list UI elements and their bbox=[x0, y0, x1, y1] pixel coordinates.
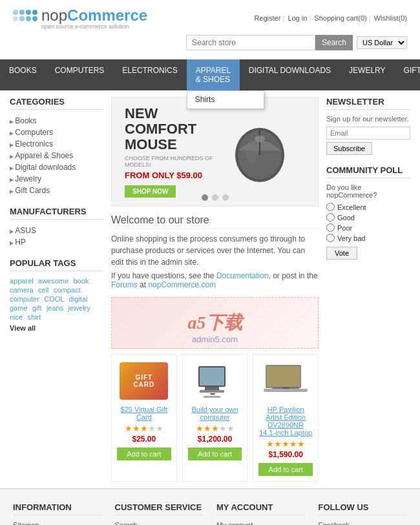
footer-sitemap[interactable]: Sitemap bbox=[13, 521, 39, 525]
nav-item-apparel[interactable]: APPAREL & SHOES Shirts bbox=[187, 59, 240, 90]
login-link[interactable]: Log in bbox=[288, 14, 307, 22]
search-button[interactable]: Search bbox=[315, 35, 353, 50]
product-image-3 bbox=[260, 360, 311, 402]
welcome-links: If you have questions, see the Documenta… bbox=[111, 271, 319, 289]
tags-container: apparel awesome book camera cell compact… bbox=[10, 276, 103, 322]
wishlist-link[interactable]: Wishlist(0) bbox=[374, 14, 407, 22]
slider-mouse-image bbox=[215, 110, 305, 194]
poll-label-good: Good bbox=[337, 214, 355, 221]
tag-book[interactable]: book bbox=[73, 277, 89, 285]
product-card-3: HP Pavilion Artist Edition DV2890NR 14.1… bbox=[253, 354, 319, 482]
slider-dot-1[interactable] bbox=[202, 194, 208, 201]
product-image-1: GIFTCARD bbox=[118, 360, 170, 402]
slider-dot-3[interactable] bbox=[222, 194, 229, 201]
dropdown-item-shirts[interactable]: Shirts bbox=[187, 91, 264, 108]
footer-search[interactable]: Search bbox=[115, 521, 138, 525]
svg-rect-15 bbox=[264, 389, 308, 392]
tag-jeans[interactable]: jeans bbox=[47, 304, 63, 312]
sidebar-item-giftcards[interactable]: Gift Cards bbox=[10, 186, 50, 195]
manufacturers-title: MANUFACTURERS bbox=[10, 207, 103, 220]
tag-nice[interactable]: nice bbox=[10, 313, 23, 321]
product-price-2: $1,200.00 bbox=[188, 435, 242, 444]
tag-camera[interactable]: camera bbox=[10, 286, 34, 294]
poll-label-verybad: Very bad bbox=[337, 234, 365, 242]
slider-title: NEW COMFORTMOUSE bbox=[125, 106, 215, 153]
sidebar-item-books[interactable]: Books bbox=[10, 116, 37, 125]
tag-apparel[interactable]: apparel bbox=[10, 277, 34, 285]
sidebar-item-jewelry[interactable]: Jewelry bbox=[10, 174, 41, 183]
nav-item-books[interactable]: BOOKS bbox=[0, 59, 46, 90]
sidebar-item-electronics[interactable]: Electronics bbox=[10, 139, 53, 149]
tag-gift[interactable]: gift bbox=[32, 304, 42, 312]
nav-item-computers[interactable]: COMPUTERS bbox=[46, 59, 114, 90]
product-name-2: Build your own computer bbox=[188, 406, 242, 421]
slider-dot-2[interactable] bbox=[212, 194, 218, 201]
poll-option-poor[interactable]: Poor bbox=[326, 223, 410, 232]
product-card-1: GIFTCARD $25 Virtual Gift Card ★★★★★ $25… bbox=[111, 354, 177, 482]
product-stars-1: ★★★★★ bbox=[117, 424, 171, 433]
watermark-url: admin5.com bbox=[192, 335, 238, 344]
sidebar-item-digital[interactable]: Digital downloads bbox=[10, 163, 76, 172]
nav-item-digital[interactable]: DIGITAL DOWNLOADS bbox=[240, 59, 340, 90]
svg-rect-6 bbox=[200, 367, 224, 386]
add-to-cart-button-1[interactable]: Add to cart bbox=[117, 448, 171, 460]
tag-computer[interactable]: computer bbox=[10, 295, 39, 303]
footer-my-account[interactable]: My account bbox=[216, 521, 253, 525]
poll-option-excellent[interactable]: Excellent bbox=[326, 203, 410, 211]
footer-facebook[interactable]: Facebook bbox=[319, 521, 350, 525]
add-to-cart-button-3[interactable]: Add to cart bbox=[258, 463, 313, 476]
footer-info-title: INFORMATION bbox=[13, 502, 102, 515]
svg-point-3 bbox=[255, 136, 265, 142]
header-links: Register | Log in | Shopping cart(0) | W… bbox=[249, 14, 407, 22]
poll-label-excellent: Excellent bbox=[337, 203, 366, 211]
newsletter-email-input[interactable] bbox=[326, 127, 410, 139]
product-name-1: $25 Virtual Gift Card bbox=[117, 406, 171, 421]
forums-link[interactable]: Forums bbox=[111, 280, 138, 289]
product-stars-2: ★★★★★ bbox=[188, 424, 242, 433]
tag-awesome[interactable]: awesome bbox=[38, 277, 68, 285]
tag-jewelry[interactable]: jewelry bbox=[68, 304, 90, 312]
sidebar-item-hp[interactable]: HP bbox=[10, 238, 26, 247]
sidebar-item-computers[interactable]: Computers bbox=[10, 128, 53, 137]
currency-selector[interactable]: US Dollar bbox=[357, 36, 407, 49]
vote-button[interactable]: Vote bbox=[326, 247, 357, 260]
slider-price: FROM ONLY $59.00 bbox=[125, 170, 215, 180]
tag-game[interactable]: game bbox=[10, 304, 28, 312]
hero-slider: NEW COMFORTMOUSE CHOOSE FROM HUNDREDS OF… bbox=[111, 97, 319, 207]
poll-question: Do you like nopCommerce? bbox=[326, 183, 410, 199]
poll-option-verybad[interactable]: Very bad bbox=[326, 234, 410, 242]
register-link[interactable]: Register bbox=[254, 14, 280, 22]
tag-cell[interactable]: cell bbox=[38, 286, 49, 294]
nav-item-jewelry[interactable]: JEWELRY bbox=[340, 59, 394, 90]
logo-text: nopCommerce bbox=[41, 6, 147, 25]
tag-cool[interactable]: COOL bbox=[44, 295, 64, 303]
welcome-title: Welcome to our store bbox=[111, 214, 319, 229]
newsletter-title: NEWSLETTER bbox=[326, 97, 410, 110]
svg-rect-12 bbox=[267, 366, 300, 387]
poll-title: COMMUNITY POLL bbox=[326, 165, 410, 178]
shop-now-button[interactable]: SHOP NOW bbox=[125, 185, 176, 198]
poll-option-good[interactable]: Good bbox=[326, 213, 410, 221]
product-price-3: $1,590.00 bbox=[258, 450, 313, 459]
tag-shirt[interactable]: shirt bbox=[28, 313, 41, 321]
search-input[interactable] bbox=[186, 35, 315, 50]
sidebar-item-apparel[interactable]: Apparel & Shoes bbox=[10, 151, 73, 160]
product-price-1: $25.00 bbox=[117, 435, 171, 444]
nav-item-giftcards[interactable]: GIFT CARDS bbox=[395, 59, 420, 90]
nav-item-electronics[interactable]: ELECTRONICS bbox=[113, 59, 186, 90]
documentation-link[interactable]: Documentation bbox=[216, 271, 269, 280]
svg-rect-7 bbox=[205, 387, 219, 390]
product-card-2: Build your own computer ★★★★★ $1,200.00 … bbox=[182, 354, 248, 482]
tag-compact[interactable]: compact bbox=[54, 286, 81, 294]
nopcommerce-link[interactable]: nopCommerce.com bbox=[148, 280, 216, 289]
tag-digital[interactable]: digital bbox=[69, 295, 88, 303]
tags-title: POPULAR TAGS bbox=[10, 258, 103, 271]
product-image-2 bbox=[189, 360, 241, 402]
products-grid: GIFTCARD $25 Virtual Gift Card ★★★★★ $25… bbox=[111, 354, 319, 482]
cart-link[interactable]: Shopping cart(0) bbox=[314, 14, 366, 22]
subscribe-button[interactable]: Subscribe bbox=[326, 142, 372, 155]
sidebar-item-asus[interactable]: ASUS bbox=[10, 226, 36, 235]
add-to-cart-button-2[interactable]: Add to cart bbox=[188, 448, 242, 460]
view-all-tags[interactable]: View all bbox=[10, 324, 103, 332]
svg-rect-8 bbox=[200, 390, 224, 393]
